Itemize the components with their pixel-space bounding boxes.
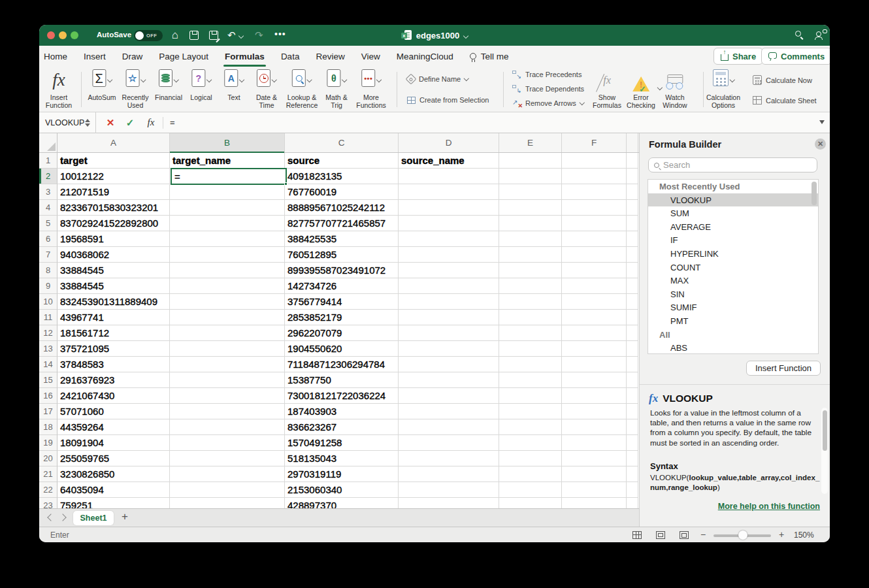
cell-B8[interactable] [170, 263, 285, 278]
cell-A5[interactable]: 837029241522892800 [57, 216, 170, 231]
cell-E9[interactable] [499, 278, 562, 294]
cell-E17[interactable] [499, 404, 562, 419]
cell-g8[interactable] [627, 263, 638, 278]
cell-C7[interactable]: 760512895 [285, 247, 399, 263]
row-header-1[interactable]: 1 [39, 153, 57, 169]
cell-A14[interactable]: 37848583 [57, 357, 170, 372]
row-header-6[interactable]: 6 [39, 231, 57, 247]
cell-A3[interactable]: 212071519 [57, 184, 170, 200]
cell-A19[interactable]: 18091904 [57, 435, 170, 451]
function-item-count[interactable]: COUNT [648, 261, 818, 274]
tab-draw[interactable]: Draw [122, 52, 143, 61]
zoom-out-button[interactable]: − [700, 529, 706, 540]
tell-me-button[interactable]: Tell me [470, 52, 509, 61]
function-item-pmt[interactable]: PMT [648, 314, 818, 328]
cell-A23[interactable]: 759251 [57, 498, 170, 508]
cell-B1[interactable]: target_name [170, 153, 285, 169]
cell-D21[interactable] [399, 466, 499, 482]
cell-C23[interactable]: 428897370 [285, 498, 399, 508]
watch-window-button[interactable]: Watch Window [663, 69, 687, 109]
page-break-view-icon[interactable] [680, 531, 689, 539]
function-item-max[interactable]: MAX [648, 274, 818, 287]
cell-A18[interactable]: 44359264 [57, 419, 170, 435]
function-search-box[interactable] [648, 157, 817, 172]
row-header-20[interactable]: 20 [39, 451, 57, 466]
cell-g17[interactable] [627, 404, 638, 419]
cell-D18[interactable] [399, 419, 499, 435]
cell-B9[interactable] [170, 278, 285, 294]
cell-D20[interactable] [399, 451, 499, 466]
cell-D15[interactable] [399, 372, 499, 388]
cell-g19[interactable] [627, 435, 638, 451]
cell-A11[interactable]: 43967741 [57, 310, 170, 325]
cell-C14[interactable]: 711848712306294784 [285, 357, 399, 372]
search-icon[interactable] [795, 31, 801, 37]
cell-B17[interactable] [170, 404, 285, 419]
cell-F22[interactable] [562, 482, 627, 498]
cell-g11[interactable] [627, 310, 638, 325]
cell-g23[interactable] [627, 498, 638, 508]
cell-D19[interactable] [399, 435, 499, 451]
tab-formulas[interactable]: Formulas [225, 52, 265, 61]
fill-handle[interactable] [284, 182, 287, 186]
cell-E18[interactable] [499, 419, 562, 435]
cell-D11[interactable] [399, 310, 499, 325]
cell-A2[interactable]: 10012122 [57, 169, 170, 184]
cell-C5[interactable]: 827757707721465857 [285, 216, 399, 231]
function-search-input[interactable] [663, 160, 794, 170]
remove-arrows-button[interactable]: ↗✕Remove Arrows [512, 99, 583, 107]
cell-B13[interactable] [170, 341, 285, 357]
math-trig-button[interactable]: θ Math & Trig [325, 69, 347, 109]
tab-home[interactable]: Home [44, 52, 67, 61]
cell-C18[interactable]: 836623267 [285, 419, 399, 435]
select-all-corner[interactable] [39, 133, 57, 152]
cell-A6[interactable]: 19568591 [57, 231, 170, 247]
tab-review[interactable]: Review [316, 52, 344, 61]
cell-C2[interactable]: 4091823135 [285, 169, 399, 184]
row-header-7[interactable]: 7 [39, 247, 57, 263]
date-time-button[interactable]: Date & Time [256, 69, 277, 109]
cell-A10[interactable]: 832453901311889409 [57, 294, 170, 310]
cell-E10[interactable] [499, 294, 562, 310]
column-header-partial[interactable] [627, 133, 638, 152]
cell-F1[interactable] [562, 153, 627, 169]
document-title[interactable]: edges1000 [416, 31, 460, 41]
row-header-3[interactable]: 3 [39, 184, 57, 200]
active-cell-b2[interactable]: = [171, 168, 287, 185]
cell-g10[interactable] [627, 294, 638, 310]
calculate-sheet-button[interactable]: Calculate Sheet [753, 96, 817, 105]
show-formulas-button[interactable]: fx Show Formulas [593, 69, 621, 109]
cell-C13[interactable]: 1904550620 [285, 341, 399, 357]
cell-F6[interactable] [562, 231, 627, 247]
cell-A17[interactable]: 57071060 [57, 404, 170, 419]
cell-B19[interactable] [170, 435, 285, 451]
function-list-scrollbar[interactable] [812, 182, 817, 205]
cell-B4[interactable] [170, 200, 285, 216]
cell-g15[interactable] [627, 372, 638, 388]
cell-A15[interactable]: 2916376923 [57, 372, 170, 388]
cell-F23[interactable] [562, 498, 627, 508]
tab-data[interactable]: Data [281, 52, 300, 61]
zoom-in-button[interactable]: + [779, 529, 784, 540]
financial-button[interactable]: Financial [155, 69, 182, 101]
cell-F11[interactable] [562, 310, 627, 325]
cell-C6[interactable]: 388425535 [285, 231, 399, 247]
cell-F15[interactable] [562, 372, 627, 388]
cell-g21[interactable] [627, 466, 638, 482]
cell-g2[interactable] [627, 169, 638, 184]
row-header-17[interactable]: 17 [39, 404, 57, 419]
cell-A12[interactable]: 181561712 [57, 325, 170, 341]
cell-D9[interactable] [399, 278, 499, 294]
add-sheet-button[interactable]: + [122, 510, 128, 523]
cell-D7[interactable] [399, 247, 499, 263]
cell-B23[interactable] [170, 498, 285, 508]
cell-C15[interactable]: 15387750 [285, 372, 399, 388]
cell-C21[interactable]: 2970319119 [285, 466, 399, 482]
cell-C20[interactable]: 518135043 [285, 451, 399, 466]
cell-F21[interactable] [562, 466, 627, 482]
cell-E23[interactable] [499, 498, 562, 508]
row-header-2[interactable]: 2 [39, 169, 57, 184]
cell-E15[interactable] [499, 372, 562, 388]
sheet-tab-sheet1[interactable]: Sheet1 [73, 511, 114, 525]
cell-C19[interactable]: 1570491258 [285, 435, 399, 451]
